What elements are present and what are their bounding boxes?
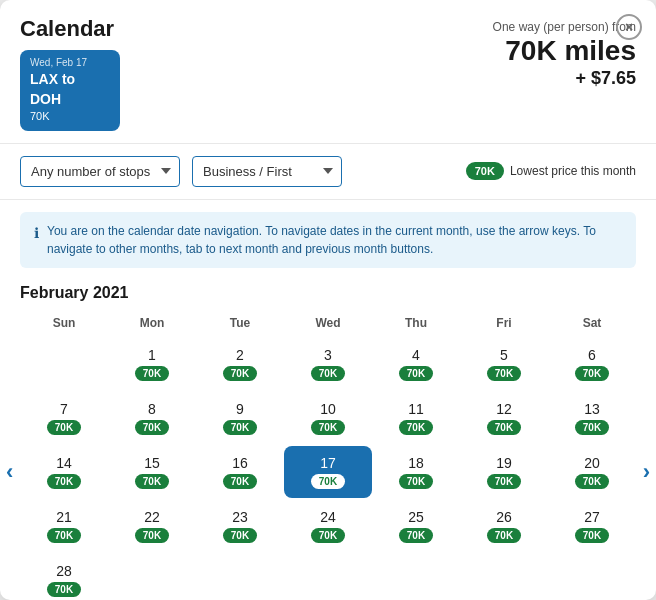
flight-route: LAX to DOH xyxy=(30,70,110,109)
calendar-row: 1470K 1570K 1670K 1770K 1870K 1970K 2070… xyxy=(20,446,636,498)
calendar-cell-15[interactable]: 1570K xyxy=(108,446,196,498)
flight-price: 70K xyxy=(30,109,110,124)
modal-header: Calendar Wed, Feb 17 LAX to DOH 70K One … xyxy=(0,0,656,144)
calendar-cell-empty xyxy=(284,554,372,600)
calendar-row: 170K 270K 370K 470K 570K 670K xyxy=(20,338,636,390)
day-header-mon: Mon xyxy=(108,312,196,334)
calendar-row: 770K 870K 970K 1070K 1170K 1270K 1370K xyxy=(20,392,636,444)
calendar-cell-26[interactable]: 2670K xyxy=(460,500,548,552)
calendar-cell-10[interactable]: 1070K xyxy=(284,392,372,444)
day-header-fri: Fri xyxy=(460,312,548,334)
lowest-price-text: Lowest price this month xyxy=(510,164,636,178)
calendar-cell-23[interactable]: 2370K xyxy=(196,500,284,552)
info-banner: ℹ You are on the calendar date navigatio… xyxy=(20,212,636,268)
filters-row: Any number of stops Business / First 70K… xyxy=(0,144,656,200)
calendar-cell-empty xyxy=(460,554,548,600)
stops-select[interactable]: Any number of stops xyxy=(20,156,180,187)
calendar-header-row: Sun Mon Tue Wed Thu Fri Sat xyxy=(20,312,636,334)
calendar-cell-28[interactable]: 2870K xyxy=(20,554,108,600)
calendar-cell-19[interactable]: 1970K xyxy=(460,446,548,498)
calendar-cell-25[interactable]: 2570K xyxy=(372,500,460,552)
calendar-row: 2870K xyxy=(20,554,636,600)
calendar-cell-4[interactable]: 470K xyxy=(372,338,460,390)
header-left: Calendar Wed, Feb 17 LAX to DOH 70K xyxy=(20,16,120,131)
calendar-cell-2[interactable]: 270K xyxy=(196,338,284,390)
calendar-cell-11[interactable]: 1170K xyxy=(372,392,460,444)
calendar-cell-22[interactable]: 2270K xyxy=(108,500,196,552)
calendar-cell-empty xyxy=(20,338,108,390)
calendar-cell-empty xyxy=(372,554,460,600)
calendar-cell-empty xyxy=(548,554,636,600)
calendar-cell-3[interactable]: 370K xyxy=(284,338,372,390)
flight-date: Wed, Feb 17 xyxy=(30,56,110,70)
info-text: You are on the calendar date navigation.… xyxy=(47,222,622,258)
calendar-body: ‹ › 170K 270K 370K 470K 570K 670K 770K 8… xyxy=(20,338,636,600)
calendar-cell-empty xyxy=(196,554,284,600)
day-header-sat: Sat xyxy=(548,312,636,334)
calendar-grid: Sun Mon Tue Wed Thu Fri Sat ‹ › 170K 270… xyxy=(20,312,636,600)
calendar-cell-6[interactable]: 670K xyxy=(548,338,636,390)
calendar-cell-17[interactable]: 1770K xyxy=(284,446,372,498)
day-header-wed: Wed xyxy=(284,312,372,334)
calendar-modal: Calendar Wed, Feb 17 LAX to DOH 70K One … xyxy=(0,0,656,600)
calendar-cell-7[interactable]: 770K xyxy=(20,392,108,444)
calendar-cell-24[interactable]: 2470K xyxy=(284,500,372,552)
info-icon: ℹ xyxy=(34,223,39,258)
calendar-section: February 2021 Sun Mon Tue Wed Thu Fri Sa… xyxy=(0,280,656,600)
calendar-cell-8[interactable]: 870K xyxy=(108,392,196,444)
close-button[interactable]: × xyxy=(616,14,642,40)
calendar-cell-14[interactable]: 1470K xyxy=(20,446,108,498)
lowest-price-badge: 70K Lowest price this month xyxy=(466,162,636,180)
calendar-cell-1[interactable]: 170K xyxy=(108,338,196,390)
calendar-row: 2170K 2270K 2370K 2470K 2570K 2670K 2770… xyxy=(20,500,636,552)
one-way-label: One way (per person) from xyxy=(493,20,636,34)
calendar-cell-18[interactable]: 1870K xyxy=(372,446,460,498)
day-header-tue: Tue xyxy=(196,312,284,334)
calendar-cell-21[interactable]: 2170K xyxy=(20,500,108,552)
calendar-cell-empty xyxy=(108,554,196,600)
calendar-cell-16[interactable]: 1670K xyxy=(196,446,284,498)
modal-title: Calendar xyxy=(20,16,120,42)
calendar-cell-13[interactable]: 1370K xyxy=(548,392,636,444)
flight-badge: Wed, Feb 17 LAX to DOH 70K xyxy=(20,50,120,131)
lowest-price-value: 70K xyxy=(466,162,504,180)
calendar-cell-27[interactable]: 2770K xyxy=(548,500,636,552)
plus-price: + $7.65 xyxy=(493,68,636,89)
next-month-button[interactable]: › xyxy=(635,451,656,493)
prev-month-button[interactable]: ‹ xyxy=(0,451,21,493)
calendar-cell-9[interactable]: 970K xyxy=(196,392,284,444)
cabin-select[interactable]: Business / First xyxy=(192,156,342,187)
day-header-sun: Sun xyxy=(20,312,108,334)
calendar-cell-20[interactable]: 2070K xyxy=(548,446,636,498)
pricing-info: One way (per person) from 70K miles + $7… xyxy=(493,16,636,89)
calendar-cell-12[interactable]: 1270K xyxy=(460,392,548,444)
calendar-cell-5[interactable]: 570K xyxy=(460,338,548,390)
month-title: February 2021 xyxy=(20,284,636,302)
day-header-thu: Thu xyxy=(372,312,460,334)
miles-price: 70K miles xyxy=(493,34,636,68)
